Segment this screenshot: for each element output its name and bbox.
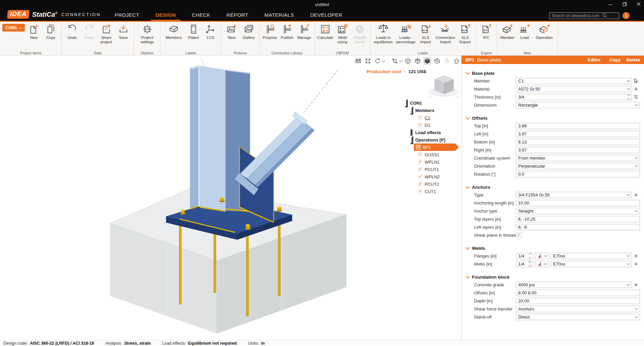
checkbox-checked-icon[interactable] [418, 160, 423, 164]
tree-item-pcut2[interactable]: PCUT2 [405, 180, 459, 188]
tree-node-operations[interactable]: Operations [P] [405, 136, 459, 143]
ifc-export-button[interactable]: IFC [478, 23, 494, 41]
tree-node-members[interactable]: Members [405, 107, 459, 114]
tree-item-wpln1[interactable]: WPLN1 [405, 158, 459, 166]
swap-dimensions-icon[interactable] [632, 95, 640, 99]
checkbox-checked-icon[interactable] [418, 189, 423, 194]
connection-import-button[interactable]: Connection Import [435, 23, 456, 45]
rotation-axis-icon[interactable] [443, 57, 451, 65]
tree-expanded-icon[interactable] [410, 136, 413, 144]
tree-collapsed-icon[interactable] [411, 129, 413, 136]
tree-item-cut1[interactable]: CUT1 [405, 188, 459, 195]
3d-scene[interactable] [0, 56, 461, 340]
calculate-button[interactable]: Calculate [317, 23, 333, 41]
flange-weld-size-spinner[interactable]: 1/4 [516, 253, 533, 259]
share-project-button[interactable]: Share project [98, 23, 114, 45]
plates-labels-button[interactable]: Plates [185, 23, 202, 41]
tab-design[interactable]: DESIGN [155, 9, 177, 21]
new-member-button[interactable]: Member [499, 23, 516, 41]
tree-item-c1[interactable]: C1 [405, 114, 459, 121]
new-operation-button[interactable]: Operation [534, 23, 555, 41]
propose-button[interactable]: Propose [262, 23, 278, 41]
new-project-button[interactable]: New [26, 23, 42, 41]
tree-expanded-icon[interactable] [410, 106, 413, 115]
rotate-view-icon[interactable] [374, 57, 382, 65]
checkbox-checked-icon[interactable] [418, 152, 423, 157]
close-icon[interactable] [636, 1, 641, 7]
anchor-grade-select[interactable]: 3/4 F1554 Gr.55 [516, 192, 632, 198]
top-offset-input[interactable]: 3.88 [516, 123, 640, 129]
chevron-down-icon[interactable] [399, 59, 403, 62]
xls-import-button[interactable]: XLS Import [418, 23, 434, 45]
publish-button[interactable]: Publish [279, 23, 295, 41]
spinner-arrows-icon[interactable] [628, 95, 630, 99]
loads-percentage-button[interactable]: Loads - percentage [395, 23, 417, 45]
spinner-arrows-icon[interactable] [529, 253, 531, 258]
minimize-icon[interactable] [608, 1, 613, 7]
flange-electrode-select[interactable]: E70xx [551, 253, 632, 259]
xls-export-button[interactable]: XLS Export [457, 23, 473, 45]
transparent-view-icon[interactable] [414, 57, 422, 65]
anchor-type-select[interactable]: Straight [516, 208, 640, 214]
tab-project[interactable]: PROJECT [114, 9, 140, 21]
add-anchor-type-button[interactable] [632, 192, 640, 198]
shear-force-transfer-select[interactable]: Anchors [516, 306, 640, 312]
checkbox-checked-icon[interactable] [418, 123, 423, 127]
tree-item-d1[interactable]: D1 [405, 121, 459, 129]
top-layers-input[interactable]: 6; -10.25 [516, 216, 640, 222]
tree-expanded-icon[interactable] [405, 99, 408, 107]
add-weld-material-button[interactable] [632, 253, 640, 259]
section-view-icon[interactable] [433, 57, 441, 65]
solid-view-icon[interactable] [423, 57, 431, 65]
left-layers-input[interactable]: 6; -6 [516, 224, 640, 230]
measure-icon[interactable] [354, 57, 362, 65]
copy-project-button[interactable]: Copy [43, 23, 59, 41]
spinner-arrows-icon[interactable] [529, 262, 531, 266]
right-offset-input[interactable]: 3.97 [516, 147, 640, 153]
tree-node-con1[interactable]: CON1 [405, 99, 459, 107]
section-collapse-icon[interactable] [466, 274, 470, 279]
wireframe-view-icon[interactable] [404, 57, 412, 65]
loads-in-equilibrium-button[interactable]: Loads in equilibrium [373, 23, 394, 45]
coordinate-system-select[interactable]: From member [516, 155, 640, 161]
checkbox-checked-icon[interactable] [416, 145, 421, 150]
3d-viewport[interactable]: Production cost - 121 US$ CON1 Members [0, 56, 461, 340]
web-electrode-select[interactable]: E70xx [551, 261, 632, 267]
bottom-offset-input[interactable]: 8.13 [516, 139, 640, 145]
search-input[interactable] [549, 12, 619, 19]
section-collapse-icon[interactable] [466, 115, 470, 120]
members-labels-button[interactable]: Members [163, 23, 184, 41]
section-collapse-icon[interactable] [466, 70, 470, 75]
new-picture-button[interactable]: New [224, 23, 240, 41]
rotation-input[interactable]: 0.0 [516, 171, 640, 177]
foundation-offsets-input[interactable]: 8.00 8.00 [516, 290, 640, 296]
tree-item-pcut1[interactable]: PCUT1 [405, 166, 459, 173]
tab-developer[interactable]: DEVELOPER [310, 9, 343, 21]
left-offset-input[interactable]: 3.97 [516, 131, 640, 137]
connection-selector[interactable]: CON1 [2, 24, 25, 32]
home-view-icon[interactable] [452, 57, 461, 65]
tree-item-guss1[interactable]: GUSS1 [405, 151, 459, 158]
checkbox-checked-icon[interactable] [418, 182, 423, 186]
clipping-icon[interactable] [391, 57, 399, 65]
checkbox-checked-icon[interactable] [418, 115, 423, 120]
checkbox-checked-icon[interactable] [418, 167, 423, 172]
weld-sizing-button[interactable]: Weld sizing [334, 23, 351, 45]
project-settings-button[interactable]: Project settings [137, 23, 158, 45]
gallery-button[interactable]: Gallery [241, 23, 257, 41]
lcs-button[interactable]: LCS [203, 23, 219, 41]
depth-input[interactable]: 20.00 [516, 298, 640, 304]
stand-off-select[interactable]: Direct [516, 314, 640, 320]
manage-button[interactable]: Manage [296, 23, 312, 41]
tree-item-bp1-selected[interactable]: BP1 [405, 143, 459, 151]
overall-check-button[interactable]: Overall check [352, 23, 368, 45]
section-collapse-icon[interactable] [466, 245, 470, 250]
add-concrete-grade-button[interactable] [632, 282, 640, 288]
thickness-spinner[interactable]: 3/4 [516, 94, 632, 100]
save-button[interactable]: Save [115, 23, 131, 41]
tab-check[interactable]: CHECK [191, 9, 211, 21]
dimensions-select[interactable]: Rectangle [516, 102, 640, 108]
section-collapse-icon[interactable] [466, 184, 470, 189]
help-info-icon[interactable] [623, 12, 630, 19]
concrete-grade-select[interactable]: 4000 psi [516, 282, 632, 288]
